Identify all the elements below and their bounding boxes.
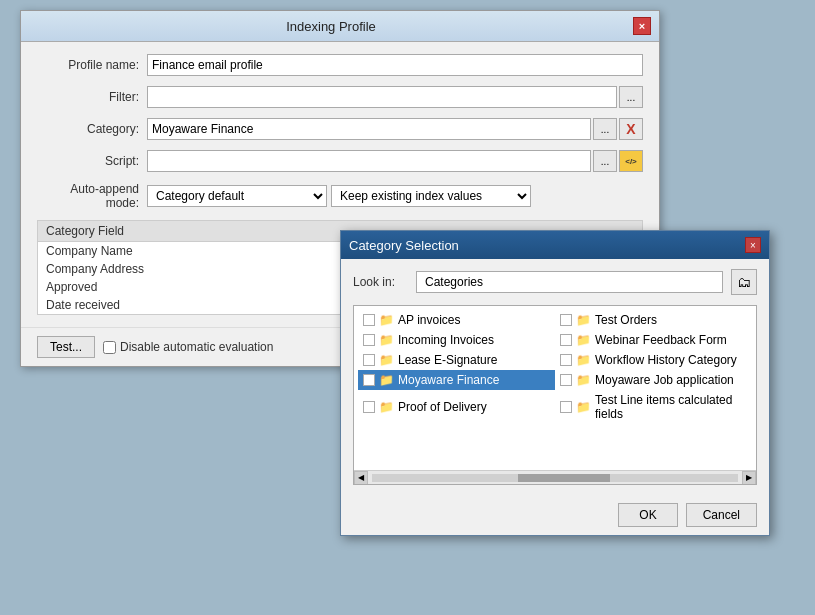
list-item[interactable]: 📁 Incoming Invoices <box>358 330 555 350</box>
look-in-browse-button[interactable]: 🗂 <box>731 269 757 295</box>
list-item-label: Proof of Delivery <box>398 400 487 414</box>
main-dialog-titlebar: Indexing Profile × <box>21 11 659 42</box>
script-browse-button[interactable]: ... <box>593 150 617 172</box>
list-item-checkbox[interactable] <box>363 334 375 346</box>
list-item-checkbox[interactable] <box>363 314 375 326</box>
script-input[interactable] <box>147 150 591 172</box>
list-item[interactable]: 📁 Workflow History Category <box>555 350 752 370</box>
folder-icon: 📁 <box>379 333 394 347</box>
filter-label: Filter: <box>37 90 147 104</box>
filter-input[interactable] <box>147 86 617 108</box>
profile-name-label: Profile name: <box>37 58 147 72</box>
category-list-container: 📁 AP invoices 📁 Test Orders 📁 Incoming I… <box>353 305 757 485</box>
category-browse-button[interactable]: ... <box>593 118 617 140</box>
script-label: Script: <box>37 154 147 168</box>
filter-row: Filter: ... <box>37 86 643 108</box>
folder-icon: 📁 <box>576 373 591 387</box>
list-item-label: Lease E-Signature <box>398 353 497 367</box>
category-list-scrollbar[interactable]: ◀ ▶ <box>354 470 756 484</box>
scrollbar-track[interactable] <box>372 474 738 482</box>
cat-dialog-titlebar: Category Selection × <box>341 231 769 259</box>
auto-append-label: Auto-append mode: <box>37 182 147 210</box>
disable-auto-eval-checkbox-label[interactable]: Disable automatic evaluation <box>103 340 273 354</box>
folder-icon: 📁 <box>379 313 394 327</box>
cat-dialog-body: Look in: 🗂 📁 AP invoices 📁 Test Orders <box>341 259 769 495</box>
scrollbar-thumb[interactable] <box>518 474 610 482</box>
category-label: Category: <box>37 122 147 136</box>
list-item-checkbox[interactable] <box>363 374 375 386</box>
list-item[interactable]: 📁 Test Line items calculated fields <box>555 390 752 424</box>
main-dialog-title: Indexing Profile <box>29 19 633 34</box>
auto-append-row: Auto-append mode: Category default Keep … <box>37 182 643 210</box>
list-item-checkbox[interactable] <box>363 401 375 413</box>
main-dialog-close-button[interactable]: × <box>633 17 651 35</box>
list-item-label: Moyaware Finance <box>398 373 499 387</box>
list-item-label: Test Orders <box>595 313 657 327</box>
list-item-checkbox[interactable] <box>560 401 572 413</box>
list-item-checkbox[interactable] <box>363 354 375 366</box>
script-editor-button[interactable]: </> <box>619 150 643 172</box>
list-item-checkbox[interactable] <box>560 354 572 366</box>
category-input[interactable] <box>147 118 591 140</box>
list-item-checkbox[interactable] <box>560 314 572 326</box>
list-item-label: Incoming Invoices <box>398 333 494 347</box>
folder-icon: 📁 <box>576 353 591 367</box>
filter-browse-button[interactable]: ... <box>619 86 643 108</box>
list-item[interactable]: 📁 AP invoices <box>358 310 555 330</box>
list-item[interactable]: 📁 Lease E-Signature <box>358 350 555 370</box>
list-item-label: Moyaware Job application <box>595 373 734 387</box>
folder-icon: 📁 <box>576 313 591 327</box>
keep-existing-select[interactable]: Keep existing index values <box>331 185 531 207</box>
auto-append-select[interactable]: Category default <box>147 185 327 207</box>
look-in-row: Look in: 🗂 <box>353 269 757 295</box>
scroll-right-button[interactable]: ▶ <box>742 471 756 485</box>
disable-auto-eval-checkbox[interactable] <box>103 341 116 354</box>
cat-dialog-footer: OK Cancel <box>341 495 769 535</box>
category-row: Category: ... X <box>37 118 643 140</box>
list-item-selected[interactable]: 📁 Moyaware Finance <box>358 370 555 390</box>
cancel-button[interactable]: Cancel <box>686 503 757 527</box>
profile-name-row: Profile name: <box>37 54 643 76</box>
category-selection-dialog: Category Selection × Look in: 🗂 📁 AP inv… <box>340 230 770 536</box>
look-in-input[interactable] <box>416 271 723 293</box>
folder-icon: 📁 <box>379 373 394 387</box>
profile-name-input[interactable] <box>147 54 643 76</box>
list-item[interactable]: 📁 Proof of Delivery <box>358 390 555 424</box>
list-item-label: Workflow History Category <box>595 353 737 367</box>
list-item[interactable]: 📁 Test Orders <box>555 310 752 330</box>
script-row: Script: ... </> <box>37 150 643 172</box>
list-item-checkbox[interactable] <box>560 374 572 386</box>
list-item-label: Test Line items calculated fields <box>595 393 747 421</box>
folder-icon: 📁 <box>379 400 394 414</box>
list-item-label: Webinar Feedback Form <box>595 333 727 347</box>
folder-icon: 📁 <box>576 400 591 414</box>
cat-dialog-title: Category Selection <box>349 238 459 253</box>
ok-button[interactable]: OK <box>618 503 677 527</box>
category-list: 📁 AP invoices 📁 Test Orders 📁 Incoming I… <box>354 306 756 428</box>
list-item-label: AP invoices <box>398 313 460 327</box>
folder-icon: 🗂 <box>737 274 751 290</box>
scroll-left-button[interactable]: ◀ <box>354 471 368 485</box>
cat-dialog-close-button[interactable]: × <box>745 237 761 253</box>
look-in-label: Look in: <box>353 275 408 289</box>
list-item[interactable]: 📁 Moyaware Job application <box>555 370 752 390</box>
folder-icon: 📁 <box>576 333 591 347</box>
test-button[interactable]: Test... <box>37 336 95 358</box>
category-clear-button[interactable]: X <box>619 118 643 140</box>
folder-icon: 📁 <box>379 353 394 367</box>
list-item-checkbox[interactable] <box>560 334 572 346</box>
list-item[interactable]: 📁 Webinar Feedback Form <box>555 330 752 350</box>
